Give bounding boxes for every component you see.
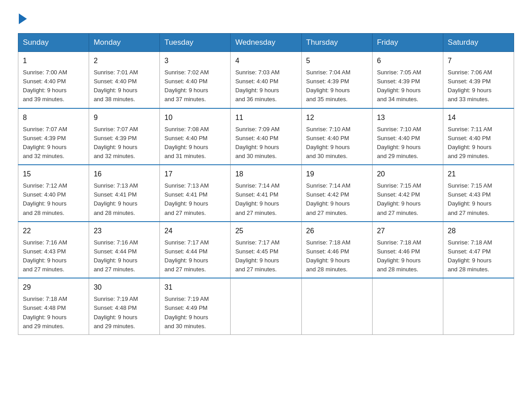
calendar-cell: 23Sunrise: 7:16 AMSunset: 4:44 PMDayligh… xyxy=(89,222,160,278)
day-info: Sunrise: 7:01 AMSunset: 4:40 PMDaylight:… xyxy=(94,68,155,104)
day-number: 2 xyxy=(94,56,155,66)
calendar-cell: 20Sunrise: 7:15 AMSunset: 4:42 PMDayligh… xyxy=(372,165,443,222)
calendar-cell: 3Sunrise: 7:02 AMSunset: 4:40 PMDaylight… xyxy=(160,52,231,108)
day-number: 26 xyxy=(306,226,368,236)
calendar-cell: 10Sunrise: 7:08 AMSunset: 4:40 PMDayligh… xyxy=(160,108,231,165)
day-info: Sunrise: 7:17 AMSunset: 4:44 PMDaylight:… xyxy=(164,238,226,274)
calendar-cell xyxy=(231,278,301,334)
day-info: Sunrise: 7:11 AMSunset: 4:40 PMDaylight:… xyxy=(448,125,509,161)
day-number: 17 xyxy=(164,169,226,180)
day-info: Sunrise: 7:18 AMSunset: 4:48 PMDaylight:… xyxy=(23,295,84,331)
calendar-cell: 9Sunrise: 7:07 AMSunset: 4:39 PMDaylight… xyxy=(89,108,160,165)
logo xyxy=(18,13,28,24)
day-info: Sunrise: 7:17 AMSunset: 4:45 PMDaylight:… xyxy=(235,238,296,274)
day-info: Sunrise: 7:13 AMSunset: 4:41 PMDaylight:… xyxy=(164,181,226,218)
day-info: Sunrise: 7:10 AMSunset: 4:40 PMDaylight:… xyxy=(377,125,438,161)
calendar-cell: 15Sunrise: 7:12 AMSunset: 4:40 PMDayligh… xyxy=(18,165,89,222)
day-number: 18 xyxy=(235,169,296,180)
day-number: 3 xyxy=(164,56,226,66)
weekday-header-sunday: Sunday xyxy=(18,34,89,52)
calendar-cell: 26Sunrise: 7:18 AMSunset: 4:46 PMDayligh… xyxy=(301,222,372,278)
day-number: 27 xyxy=(377,226,438,236)
day-info: Sunrise: 7:04 AMSunset: 4:39 PMDaylight:… xyxy=(306,68,368,104)
day-info: Sunrise: 7:10 AMSunset: 4:40 PMDaylight:… xyxy=(306,125,368,161)
day-info: Sunrise: 7:05 AMSunset: 4:39 PMDaylight:… xyxy=(377,68,438,104)
weekday-header-monday: Monday xyxy=(89,34,160,52)
calendar-cell: 28Sunrise: 7:18 AMSunset: 4:47 PMDayligh… xyxy=(443,222,514,278)
calendar-cell: 8Sunrise: 7:07 AMSunset: 4:39 PMDaylight… xyxy=(18,108,89,165)
day-number: 12 xyxy=(306,112,368,123)
day-number: 7 xyxy=(448,56,509,66)
page-header xyxy=(18,13,514,24)
calendar-cell: 11Sunrise: 7:09 AMSunset: 4:40 PMDayligh… xyxy=(231,108,301,165)
day-info: Sunrise: 7:18 AMSunset: 4:46 PMDaylight:… xyxy=(306,238,368,274)
day-info: Sunrise: 7:13 AMSunset: 4:41 PMDaylight:… xyxy=(94,181,155,218)
day-info: Sunrise: 7:07 AMSunset: 4:39 PMDaylight:… xyxy=(94,125,155,161)
day-number: 10 xyxy=(164,112,226,123)
day-number: 19 xyxy=(306,169,368,180)
calendar-cell: 12Sunrise: 7:10 AMSunset: 4:40 PMDayligh… xyxy=(301,108,372,165)
day-number: 14 xyxy=(448,112,509,123)
calendar-table: SundayMondayTuesdayWednesdayThursdayFrid… xyxy=(18,33,514,335)
weekday-header-tuesday: Tuesday xyxy=(160,34,231,52)
day-info: Sunrise: 7:00 AMSunset: 4:40 PMDaylight:… xyxy=(23,68,84,104)
calendar-cell: 4Sunrise: 7:03 AMSunset: 4:40 PMDaylight… xyxy=(231,52,301,108)
day-info: Sunrise: 7:14 AMSunset: 4:41 PMDaylight:… xyxy=(235,181,296,218)
day-info: Sunrise: 7:16 AMSunset: 4:44 PMDaylight:… xyxy=(94,238,155,274)
day-number: 9 xyxy=(94,112,155,123)
calendar-cell: 27Sunrise: 7:18 AMSunset: 4:46 PMDayligh… xyxy=(372,222,443,278)
day-number: 13 xyxy=(377,112,438,123)
day-info: Sunrise: 7:08 AMSunset: 4:40 PMDaylight:… xyxy=(164,125,226,161)
calendar-cell: 30Sunrise: 7:19 AMSunset: 4:48 PMDayligh… xyxy=(89,278,160,334)
calendar-cell: 2Sunrise: 7:01 AMSunset: 4:40 PMDaylight… xyxy=(89,52,160,108)
weekday-header-thursday: Thursday xyxy=(301,34,372,52)
day-number: 21 xyxy=(448,169,509,180)
calendar-cell: 31Sunrise: 7:19 AMSunset: 4:49 PMDayligh… xyxy=(160,278,231,334)
day-number: 11 xyxy=(235,112,296,123)
calendar-cell xyxy=(301,278,372,334)
day-number: 31 xyxy=(164,282,226,293)
day-number: 1 xyxy=(23,56,84,66)
day-number: 8 xyxy=(23,112,84,123)
day-number: 16 xyxy=(94,169,155,180)
calendar-cell xyxy=(372,278,443,334)
day-number: 22 xyxy=(23,226,84,236)
day-info: Sunrise: 7:02 AMSunset: 4:40 PMDaylight:… xyxy=(164,68,226,104)
day-info: Sunrise: 7:07 AMSunset: 4:39 PMDaylight:… xyxy=(23,125,84,161)
day-info: Sunrise: 7:14 AMSunset: 4:42 PMDaylight:… xyxy=(306,181,368,218)
weekday-header-friday: Friday xyxy=(372,34,443,52)
calendar-cell: 21Sunrise: 7:15 AMSunset: 4:43 PMDayligh… xyxy=(443,165,514,222)
day-info: Sunrise: 7:15 AMSunset: 4:42 PMDaylight:… xyxy=(377,181,438,218)
logo-triangle-icon xyxy=(19,13,27,24)
day-number: 5 xyxy=(306,56,368,66)
day-number: 23 xyxy=(94,226,155,236)
calendar-week-row: 1Sunrise: 7:00 AMSunset: 4:40 PMDaylight… xyxy=(18,52,514,108)
calendar-cell: 6Sunrise: 7:05 AMSunset: 4:39 PMDaylight… xyxy=(372,52,443,108)
calendar-cell xyxy=(443,278,514,334)
weekday-header-wednesday: Wednesday xyxy=(231,34,301,52)
day-number: 6 xyxy=(377,56,438,66)
calendar-cell: 24Sunrise: 7:17 AMSunset: 4:44 PMDayligh… xyxy=(160,222,231,278)
day-info: Sunrise: 7:19 AMSunset: 4:48 PMDaylight:… xyxy=(94,295,155,331)
weekday-header-row: SundayMondayTuesdayWednesdayThursdayFrid… xyxy=(18,34,514,52)
day-number: 24 xyxy=(164,226,226,236)
calendar-cell: 14Sunrise: 7:11 AMSunset: 4:40 PMDayligh… xyxy=(443,108,514,165)
calendar-week-row: 8Sunrise: 7:07 AMSunset: 4:39 PMDaylight… xyxy=(18,108,514,165)
calendar-cell: 5Sunrise: 7:04 AMSunset: 4:39 PMDaylight… xyxy=(301,52,372,108)
calendar-week-row: 22Sunrise: 7:16 AMSunset: 4:43 PMDayligh… xyxy=(18,222,514,278)
calendar-cell: 25Sunrise: 7:17 AMSunset: 4:45 PMDayligh… xyxy=(231,222,301,278)
day-number: 25 xyxy=(235,226,296,236)
day-number: 20 xyxy=(377,169,438,180)
day-info: Sunrise: 7:16 AMSunset: 4:43 PMDaylight:… xyxy=(23,238,84,274)
day-number: 30 xyxy=(94,282,155,293)
calendar-cell: 1Sunrise: 7:00 AMSunset: 4:40 PMDaylight… xyxy=(18,52,89,108)
calendar-cell: 17Sunrise: 7:13 AMSunset: 4:41 PMDayligh… xyxy=(160,165,231,222)
day-number: 29 xyxy=(23,282,84,293)
day-info: Sunrise: 7:12 AMSunset: 4:40 PMDaylight:… xyxy=(23,181,84,218)
day-info: Sunrise: 7:03 AMSunset: 4:40 PMDaylight:… xyxy=(235,68,296,104)
day-info: Sunrise: 7:15 AMSunset: 4:43 PMDaylight:… xyxy=(448,181,509,218)
calendar-cell: 29Sunrise: 7:18 AMSunset: 4:48 PMDayligh… xyxy=(18,278,89,334)
day-number: 4 xyxy=(235,56,296,66)
day-info: Sunrise: 7:18 AMSunset: 4:46 PMDaylight:… xyxy=(377,238,438,274)
day-info: Sunrise: 7:09 AMSunset: 4:40 PMDaylight:… xyxy=(235,125,296,161)
